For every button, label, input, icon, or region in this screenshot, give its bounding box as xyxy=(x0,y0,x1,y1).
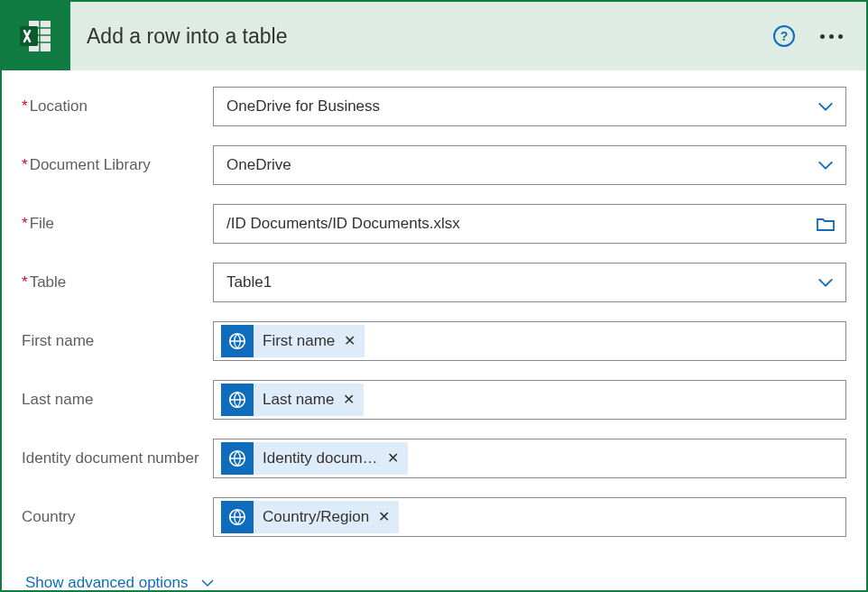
svg-rect-7 xyxy=(20,26,38,46)
required-indicator: * xyxy=(22,156,28,173)
last-name-token[interactable]: Last name ✕ xyxy=(221,384,364,416)
document-library-dropdown[interactable]: OneDrive xyxy=(213,145,846,185)
show-advanced-options-button[interactable]: Show advanced options xyxy=(22,565,219,592)
identity-document-input[interactable]: Identity docum… ✕ xyxy=(213,439,846,478)
advanced-options-label: Show advanced options xyxy=(25,574,189,592)
required-indicator: * xyxy=(22,273,28,291)
chevron-down-icon xyxy=(199,575,216,591)
document-library-label: *Document Library xyxy=(22,145,213,176)
file-input[interactable]: /ID Documents/ID Documents.xlsx xyxy=(213,204,846,244)
dynamic-content-icon xyxy=(221,325,254,357)
first-name-label: First name xyxy=(22,321,213,352)
location-label: *Location xyxy=(22,87,213,117)
action-card: Add a row into a table ? *Location OneDr… xyxy=(0,0,868,592)
excel-icon xyxy=(2,2,70,70)
close-icon[interactable]: ✕ xyxy=(378,510,390,524)
last-name-row: Last name Last name ✕ xyxy=(22,380,846,420)
chevron-down-icon xyxy=(815,272,836,293)
header-actions: ? xyxy=(773,25,866,47)
identity-document-token[interactable]: Identity docum… ✕ xyxy=(221,442,408,475)
required-indicator: * xyxy=(22,215,28,232)
table-dropdown[interactable]: Table1 xyxy=(213,263,846,302)
country-label: Country xyxy=(22,497,213,528)
close-icon[interactable]: ✕ xyxy=(344,334,356,348)
location-dropdown[interactable]: OneDrive for Business xyxy=(213,87,846,126)
identity-document-row: Identity document number Identity docum…… xyxy=(22,439,846,478)
document-library-value: OneDrive xyxy=(226,156,815,174)
country-token[interactable]: Country/Region ✕ xyxy=(221,501,399,533)
country-row: Country Country/Region ✕ xyxy=(22,497,846,537)
token-label: Last name xyxy=(263,391,334,409)
identity-document-label: Identity document number xyxy=(22,439,213,469)
token-label: Identity docum… xyxy=(263,449,378,467)
document-library-row: *Document Library OneDrive xyxy=(22,145,846,185)
file-value: /ID Documents/ID Documents.xlsx xyxy=(226,215,815,233)
country-input[interactable]: Country/Region ✕ xyxy=(213,497,846,537)
dynamic-content-icon xyxy=(221,501,254,533)
card-header: Add a row into a table ? xyxy=(2,2,866,70)
dynamic-content-icon xyxy=(221,442,254,475)
first-name-input[interactable]: First name ✕ xyxy=(213,321,846,361)
card-title: Add a row into a table xyxy=(70,24,773,49)
first-name-row: First name First name ✕ xyxy=(22,321,846,361)
more-options-button[interactable] xyxy=(820,34,843,39)
first-name-token[interactable]: First name ✕ xyxy=(221,325,365,357)
close-icon[interactable]: ✕ xyxy=(343,393,355,407)
file-row: *File /ID Documents/ID Documents.xlsx xyxy=(22,204,846,244)
chevron-down-icon xyxy=(815,154,836,176)
last-name-label: Last name xyxy=(22,380,213,411)
dynamic-content-icon xyxy=(221,384,254,416)
folder-icon[interactable] xyxy=(815,213,836,235)
table-value: Table1 xyxy=(226,273,815,291)
location-value: OneDrive for Business xyxy=(226,97,815,116)
token-label: First name xyxy=(263,332,335,350)
table-row: *Table Table1 xyxy=(22,263,846,302)
required-indicator: * xyxy=(22,97,28,115)
chevron-down-icon xyxy=(815,96,836,117)
token-label: Country/Region xyxy=(263,508,369,526)
help-icon[interactable]: ? xyxy=(773,25,795,47)
form-body: *Location OneDrive for Business *Documen… xyxy=(2,70,866,592)
location-row: *Location OneDrive for Business xyxy=(22,87,846,126)
last-name-input[interactable]: Last name ✕ xyxy=(213,380,846,420)
table-label: *Table xyxy=(22,263,213,293)
close-icon[interactable]: ✕ xyxy=(387,451,399,466)
file-label: *File xyxy=(22,204,213,235)
